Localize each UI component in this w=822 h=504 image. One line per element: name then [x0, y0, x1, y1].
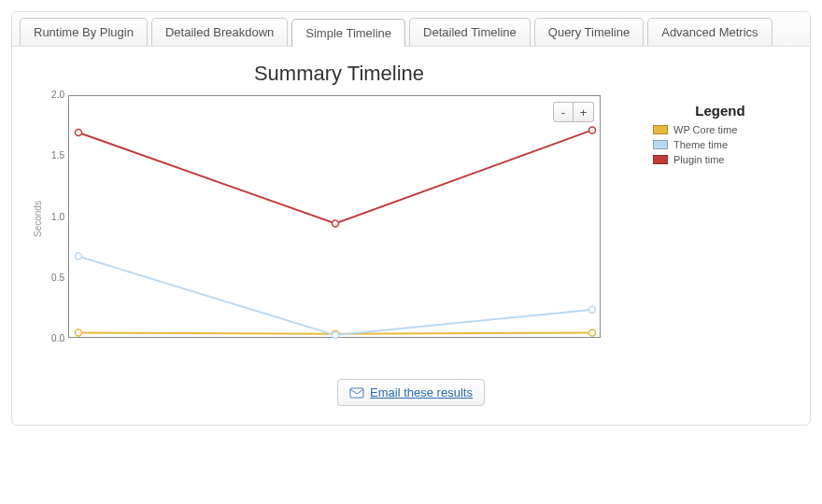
chart-area: Summary Timeline Seconds 2.0 1.5 1.0 0.5…: [31, 56, 647, 343]
legend-label: Theme time: [673, 139, 728, 150]
metrics-panel: Runtime By Plugin Detailed Breakdown Sim…: [11, 11, 811, 426]
tab-simple-timeline[interactable]: Simple Timeline: [291, 19, 405, 47]
tab-runtime-by-plugin[interactable]: Runtime By Plugin: [20, 18, 148, 46]
svg-point-2: [589, 329, 596, 336]
legend-swatch: [653, 140, 668, 149]
svg-rect-9: [350, 388, 363, 398]
chart-title: Summary Timeline: [31, 62, 647, 86]
legend-swatch: [653, 155, 668, 164]
legend-item-wp-core: WP Core time: [653, 124, 787, 135]
y-tick: 0.5: [46, 273, 64, 283]
tabs-bar: Runtime By Plugin Detailed Breakdown Sim…: [12, 12, 810, 47]
tab-detailed-breakdown[interactable]: Detailed Breakdown: [151, 18, 288, 46]
zoom-in-button[interactable]: +: [574, 102, 594, 122]
tab-advanced-metrics[interactable]: Advanced Metrics: [647, 18, 772, 46]
chart-plot: - +: [68, 95, 601, 338]
y-tick: 0.0: [46, 333, 64, 343]
legend-item-theme: Theme time: [653, 139, 787, 150]
y-tick: 2.0: [46, 90, 64, 100]
email-results-label: Email these results: [370, 385, 473, 399]
legend-item-plugin: Plugin time: [653, 154, 787, 165]
zoom-out-button[interactable]: -: [553, 102, 574, 122]
svg-point-4: [333, 332, 339, 339]
email-results-button[interactable]: Email these results: [337, 379, 485, 406]
legend-label: WP Core time: [673, 124, 737, 135]
svg-point-3: [76, 253, 82, 259]
zoom-controls: - +: [553, 102, 594, 122]
svg-point-7: [333, 220, 339, 227]
svg-point-6: [76, 130, 82, 136]
legend: Legend WP Core time Theme time Plugin ti…: [647, 103, 787, 343]
y-axis-label: Seconds: [31, 95, 46, 343]
y-tick: 1.0: [46, 212, 64, 222]
tab-query-timeline[interactable]: Query Timeline: [534, 18, 644, 46]
chart-svg: [69, 96, 602, 339]
tab-content: Summary Timeline Seconds 2.0 1.5 1.0 0.5…: [12, 47, 810, 425]
tab-detailed-timeline[interactable]: Detailed Timeline: [409, 18, 531, 46]
y-axis-ticks: 2.0 1.5 1.0 0.5 0.0: [46, 90, 68, 343]
legend-swatch: [653, 125, 668, 134]
legend-label: Plugin time: [673, 154, 724, 165]
svg-point-5: [589, 306, 596, 313]
legend-title: Legend: [653, 103, 787, 119]
mail-icon: [349, 386, 364, 399]
svg-point-0: [76, 329, 82, 336]
y-tick: 1.5: [46, 150, 64, 161]
svg-point-8: [589, 127, 596, 133]
